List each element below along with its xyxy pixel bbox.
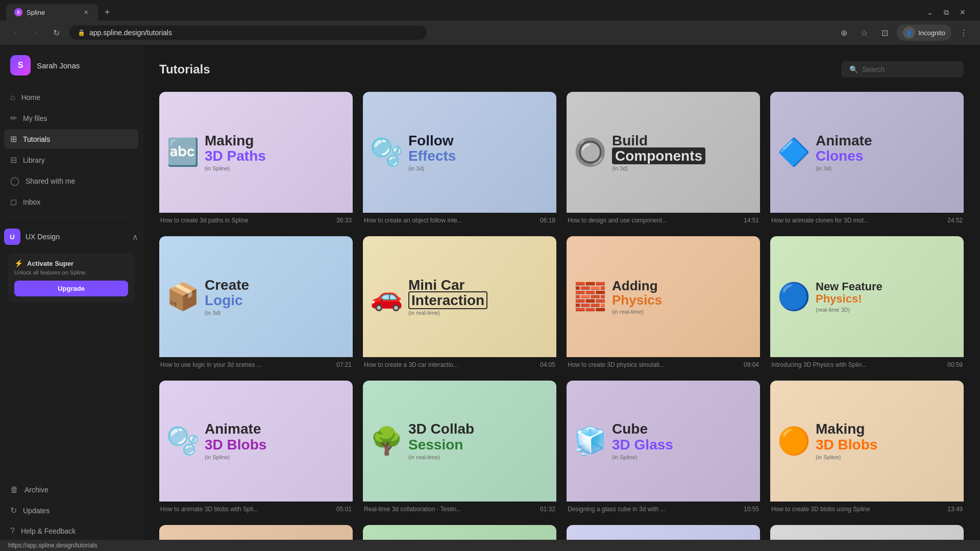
- home-icon: ⌂: [10, 93, 15, 102]
- forward-button[interactable]: ›: [29, 26, 43, 40]
- close-button[interactable]: ✕: [958, 7, 968, 17]
- thumb-text: Adding Physics (in real-time): [612, 279, 753, 315]
- url-bar[interactable]: 🔒 app.spline.design/tutorials: [69, 26, 427, 40]
- nav-shared-label: Shared with me: [26, 177, 75, 185]
- thumb-text: Making 3D Paths (in Spline): [205, 133, 346, 172]
- search-box[interactable]: 🔍 Search: [841, 61, 964, 78]
- card-meta: How to use logic in your 3d scenes ... 0…: [159, 357, 353, 370]
- tutorial-card[interactable]: 🧊 Cube 3D Glass (in Spline) Designing a …: [567, 381, 760, 515]
- sidebar-item-home[interactable]: ⌂ Home: [4, 88, 138, 107]
- team-chevron-icon[interactable]: ∧: [132, 232, 138, 242]
- tutorial-card[interactable]: 🫧 Follow Effects (in 3d) How to create a…: [363, 92, 556, 226]
- card-duration: 36:33: [336, 217, 352, 224]
- activate-header: ⚡ Activate Super: [14, 259, 128, 267]
- sidebar-item-archive[interactable]: 🗑 Archive: [4, 480, 138, 499]
- thumb-subtitle: (in Spline): [205, 454, 346, 460]
- card-desc-text: How to create 3D blobs using Spline: [771, 506, 943, 513]
- app-layout: S Sarah Jonas ⌂ Home ✏ My files ⊞ Tutori…: [0, 45, 980, 551]
- card-thumbnail: 🟠 Making 3D Blobs (in Spline): [770, 381, 964, 502]
- tutorials-grid: 🔤 Making 3D Paths (in Spline) How to cre…: [159, 92, 964, 551]
- tab-close-button[interactable]: ✕: [82, 8, 90, 16]
- thumb-icon: 🔵: [777, 283, 811, 310]
- activate-super-section: ⚡ Activate Super Unlock all features on …: [8, 253, 134, 303]
- search-placeholder: Search: [862, 65, 885, 73]
- card-meta: How to animate 3D blobs with Spli... 05:…: [159, 502, 353, 515]
- reload-button[interactable]: ↻: [49, 26, 63, 40]
- nav-help-label: Help & Feedback: [21, 527, 76, 535]
- minimize-button[interactable]: ⌄: [925, 7, 935, 17]
- cast-button[interactable]: ⊕: [836, 24, 852, 41]
- card-thumbnail: 🔘 Build Components (in 3d): [567, 92, 760, 213]
- tutorial-card[interactable]: 🟠 Making 3D Blobs (in Spline) How to cre…: [770, 381, 964, 515]
- card-desc-text: Introducing 3D Physics with Splin...: [771, 361, 943, 368]
- card-thumbnail: 🚗 Mini Car Interaction (in real-time): [363, 236, 556, 357]
- tutorial-card[interactable]: 🫧 Animate 3D Blobs (in Spline) How to an…: [159, 381, 353, 515]
- card-desc-text: How to design and use component...: [568, 217, 740, 224]
- tutorial-card[interactable]: 🚗 Mini Car Interaction (in real-time) Ho…: [363, 236, 556, 370]
- bookmark-button[interactable]: ☆: [856, 24, 872, 41]
- library-icon: ⊟: [10, 155, 17, 165]
- myfiles-icon: ✏: [10, 113, 17, 123]
- browser-menu-button[interactable]: ⋮: [955, 24, 972, 41]
- card-desc-text: How to create 3d paths in Spline: [160, 217, 332, 224]
- thumb-subtitle: (in Spline): [612, 454, 753, 460]
- card-meta: How to create 3D blobs using Spline 13:4…: [770, 502, 964, 515]
- sidebar-item-inbox[interactable]: ◻ Inbox: [4, 192, 138, 212]
- card-duration: 09:04: [744, 361, 759, 368]
- nav-items: ⌂ Home ✏ My files ⊞ Tutorials ⊟ Library …: [0, 88, 142, 212]
- sidebar-item-myfiles[interactable]: ✏ My files: [4, 108, 138, 128]
- card-duration: 24:52: [947, 217, 963, 224]
- nav-home-label: Home: [21, 93, 40, 102]
- thumb-icon: 🧊: [574, 428, 607, 454]
- back-button[interactable]: ‹: [8, 26, 22, 40]
- card-desc-text: How to create 3D physics simulati...: [568, 361, 740, 368]
- card-description: How to animate clones for 3D mot... 24:5…: [771, 217, 963, 224]
- tutorial-card[interactable]: 🔵 New Feature Physics! (real-time 3D) In…: [770, 236, 964, 370]
- card-duration: 07:21: [336, 361, 352, 368]
- team-initial: U: [10, 233, 14, 241]
- tutorial-card[interactable]: 🔤 Making 3D Paths (in Spline) How to cre…: [159, 92, 353, 226]
- thumb-text: Create Logic (in 3d): [205, 278, 346, 316]
- sidebar-item-help[interactable]: ? Help & Feedback: [4, 521, 138, 541]
- tutorial-card[interactable]: 📦 Create Logic (in 3d) How to use logic …: [159, 236, 353, 370]
- activate-desc: Unlock all features on Spline.: [14, 269, 128, 276]
- team-name: UX Design: [26, 233, 60, 241]
- main-header: Tutorials 🔍 Search: [159, 61, 964, 78]
- thumb-subtitle: (in 3d): [408, 165, 549, 171]
- user-avatar: S: [10, 55, 31, 76]
- profile-button[interactable]: ⊡: [876, 24, 893, 41]
- sidebar-item-tutorials[interactable]: ⊞ Tutorials: [4, 129, 138, 149]
- tutorial-card[interactable]: 🔘 Build Components (in 3d) How to design…: [567, 92, 760, 226]
- thumb-text: Cube 3D Glass (in Spline): [612, 421, 753, 460]
- activate-title: Activate Super: [27, 260, 74, 267]
- card-duration: 04:05: [540, 361, 555, 368]
- thumb-text: 3D Collab Session (in real-time): [408, 421, 549, 460]
- card-description: How to create a 3D car interactio... 04:…: [364, 361, 555, 368]
- card-meta: How to design and use component... 14:51: [567, 213, 760, 226]
- maximize-button[interactable]: ⧉: [941, 7, 951, 17]
- card-meta: How to create an object follow inte... 0…: [363, 213, 556, 226]
- sidebar-item-library[interactable]: ⊟ Library: [4, 150, 138, 170]
- tutorial-card[interactable]: 🧱 Adding Physics (in real-time) How to c…: [567, 236, 760, 370]
- thumb-icon: 🔤: [166, 139, 200, 165]
- new-tab-button[interactable]: +: [100, 5, 114, 19]
- upgrade-button[interactable]: Upgrade: [14, 281, 128, 296]
- incognito-badge[interactable]: 👤 Incognito: [897, 24, 951, 41]
- status-url: https://app.spline.design/tutorials: [8, 542, 97, 549]
- sidebar-item-shared[interactable]: ◯ Shared with me: [4, 171, 138, 191]
- status-bar: https://app.spline.design/tutorials: [0, 540, 980, 551]
- card-desc-text: How to animate clones for 3D mot...: [771, 217, 943, 224]
- sidebar-item-updates[interactable]: ↻ Updates: [4, 500, 138, 520]
- active-tab[interactable]: S Spline ✕: [6, 4, 98, 20]
- card-meta: How to create 3D physics simulati... 09:…: [567, 357, 760, 370]
- main-content: Tutorials 🔍 Search 🔤 Making 3D Paths (in…: [143, 45, 980, 551]
- tutorial-card[interactable]: 🔷 Animate Clones (in 3d) How to animate …: [770, 92, 964, 226]
- user-name: Sarah Jonas: [37, 61, 80, 70]
- window-controls: ⌄ ⧉ ✕: [925, 7, 974, 17]
- tutorial-card[interactable]: 🌳 3D Collab Session (in real-time) Real-…: [363, 381, 556, 515]
- card-thumbnail: 📦 Create Logic (in 3d): [159, 236, 353, 357]
- thumb-icon: 🚗: [370, 283, 403, 310]
- card-duration: 00:59: [947, 361, 963, 368]
- card-meta: How to animate clones for 3D mot... 24:5…: [770, 213, 964, 226]
- card-desc-text: How to animate 3D blobs with Spli...: [160, 506, 332, 513]
